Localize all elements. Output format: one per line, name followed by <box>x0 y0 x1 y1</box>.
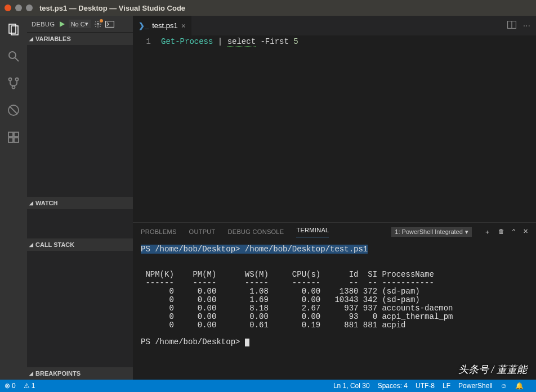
callstack-section: ◢CALL STACK <box>27 238 133 367</box>
variables-header[interactable]: ◢VARIABLES <box>27 33 133 45</box>
terminal-cursor <box>245 339 249 346</box>
kill-terminal-button[interactable]: 🗑 <box>498 228 504 236</box>
status-language[interactable]: PowerShell <box>458 382 493 390</box>
variables-section: ◢VARIABLES <box>27 33 133 197</box>
tab-label: test.ps1 <box>152 21 178 30</box>
watch-body <box>27 209 133 238</box>
svg-rect-10 <box>14 132 19 137</box>
debug-toolbar: DEBUG No C▾ <box>27 16 133 33</box>
search-icon[interactable] <box>6 48 21 64</box>
svg-rect-15 <box>105 21 114 27</box>
status-warnings[interactable]: ⚠1 <box>24 382 35 390</box>
window-minimize-button[interactable] <box>15 4 22 11</box>
tab-close-button[interactable]: × <box>181 21 186 30</box>
svg-line-3 <box>15 58 19 61</box>
status-ln-col[interactable]: Ln 1, Col 30 <box>333 382 370 390</box>
tab-problems[interactable]: PROBLEMS <box>141 228 177 235</box>
tab-output[interactable]: OUTPUT <box>189 228 216 235</box>
svg-rect-9 <box>8 132 13 137</box>
svg-rect-12 <box>14 138 19 142</box>
breakpoints-header[interactable]: ◢BREAKPOINTS <box>27 367 133 380</box>
status-spaces[interactable]: Spaces: 4 <box>378 382 408 390</box>
explorer-icon[interactable] <box>6 21 21 37</box>
variables-body <box>27 45 133 197</box>
svg-point-14 <box>97 23 99 25</box>
svg-marker-13 <box>60 21 65 27</box>
powershell-file-icon: ❯_ <box>139 21 149 30</box>
svg-point-2 <box>9 52 16 58</box>
watermark: 头条号 / 董董能 <box>458 363 527 376</box>
terminal-selector[interactable]: 1: PowerShell Integrated ▾ <box>391 227 471 237</box>
editor-tabs: ❯_ test.ps1 × ··· <box>133 16 536 35</box>
terminal[interactable]: PS /home/bob/Desktop> /home/bob/Desktop/… <box>133 241 536 380</box>
activity-bar <box>0 16 27 380</box>
debug-config-select[interactable]: No C▾ <box>69 20 91 28</box>
line-number: 1 <box>133 37 161 222</box>
bottom-panel: PROBLEMS OUTPUT DEBUG CONSOLE TERMINAL 1… <box>133 222 536 380</box>
svg-line-8 <box>10 106 17 114</box>
status-eol[interactable]: LF <box>443 382 450 390</box>
debug-icon[interactable] <box>6 102 21 118</box>
tab-debug-console[interactable]: DEBUG CONSOLE <box>228 228 284 235</box>
window-controls <box>5 4 33 11</box>
main-area: DEBUG No C▾ ◢VARIABLES ◢WATCH ◢CALL S <box>0 16 536 380</box>
split-editor-button[interactable] <box>507 21 516 31</box>
svg-point-5 <box>16 78 19 81</box>
svg-point-4 <box>9 78 12 81</box>
window-close-button[interactable] <box>5 4 11 11</box>
settings-badge-icon <box>100 19 103 22</box>
tab-test-ps1[interactable]: ❯_ test.ps1 × <box>133 16 192 35</box>
new-terminal-button[interactable]: ＋ <box>484 228 490 236</box>
window-title: test.ps1 — Desktop — Visual Studio Code <box>39 4 185 12</box>
svg-point-6 <box>12 86 15 89</box>
callstack-header[interactable]: ◢CALL STACK <box>27 238 133 251</box>
status-feedback[interactable]: ☺ <box>501 382 507 390</box>
code-line: Get-Process | select -First 5 <box>161 37 298 222</box>
window-titlebar: test.ps1 — Desktop — Visual Studio Code <box>0 0 536 16</box>
debug-label: DEBUG <box>32 21 55 28</box>
watch-header[interactable]: ◢WATCH <box>27 197 133 209</box>
status-encoding[interactable]: UTF-8 <box>416 382 435 390</box>
svg-rect-11 <box>8 138 13 142</box>
editor-area: ❯_ test.ps1 × ··· 1 Get-Process | select… <box>133 16 536 380</box>
debug-sidebar: DEBUG No C▾ ◢VARIABLES ◢WATCH ◢CALL S <box>27 16 133 380</box>
debug-settings-button[interactable] <box>94 20 102 28</box>
source-control-icon[interactable] <box>6 75 21 91</box>
code-editor[interactable]: 1 Get-Process | select -First 5 <box>133 35 536 222</box>
maximize-panel-button[interactable]: ^ <box>512 228 515 236</box>
watch-section: ◢WATCH <box>27 197 133 238</box>
extensions-icon[interactable] <box>6 129 21 145</box>
window-maximize-button[interactable] <box>26 4 33 11</box>
status-bar: ⊗0 ⚠1 Ln 1, Col 30 Spaces: 4 UTF-8 LF Po… <box>0 380 536 392</box>
panel-tabs: PROBLEMS OUTPUT DEBUG CONSOLE TERMINAL 1… <box>133 223 536 241</box>
start-debug-button[interactable] <box>59 21 65 28</box>
more-actions-button[interactable]: ··· <box>523 21 530 31</box>
status-errors[interactable]: ⊗0 <box>5 382 16 390</box>
breakpoints-section: ◢BREAKPOINTS <box>27 367 133 380</box>
tab-terminal[interactable]: TERMINAL <box>296 227 329 237</box>
close-panel-button[interactable]: ✕ <box>523 228 528 236</box>
editor-actions: ··· <box>502 16 536 35</box>
debug-console-button[interactable] <box>105 21 114 28</box>
callstack-body <box>27 251 133 362</box>
status-notifications[interactable]: 🔔 <box>515 382 524 390</box>
